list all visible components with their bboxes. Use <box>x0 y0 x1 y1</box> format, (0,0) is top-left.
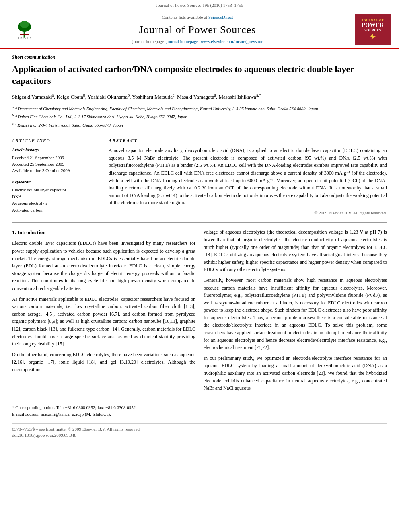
journal-title: Journal of Power Sources <box>40 23 355 37</box>
right-para-2: Generally, however, most carbon material… <box>204 277 387 351</box>
affiliation-c: c ᶜ Kensei Inc., 2-3-4 Fujishirodai, Sui… <box>12 121 387 128</box>
affiliation-b: b ᵇ Daiwa Fine Chemicals Co., Ltd., 2-1-… <box>12 113 387 120</box>
sciencedirect-link[interactable]: ScienceDirect <box>208 15 233 20</box>
logo-decoration <box>367 33 379 41</box>
right-para-3: In our preliminary study, we optimized a… <box>204 355 387 392</box>
main-right-column: voltage of aqueous electrolytes (the the… <box>204 228 387 395</box>
logo-line: SOURCES <box>364 28 381 33</box>
abstract-text: A novel capacitor electrode auxiliary, d… <box>109 147 387 207</box>
received-date: Received 21 September 2009 <box>12 155 101 161</box>
homepage-url[interactable]: journal homepage: www.elsevier.com/locat… <box>167 39 263 44</box>
main-left-column: 1. Introduction Electric double layer ca… <box>12 228 195 395</box>
svg-text:ELSEVIER: ELSEVIER <box>18 37 31 40</box>
elsevier-logo-svg: ELSEVIER <box>9 18 39 41</box>
article-type: Short communication <box>12 54 387 61</box>
affiliations: a ᵃ Department of Chemistry and Material… <box>12 105 387 128</box>
doi-line: doi:10.1016/j.jpowsour.2009.09.048 <box>12 432 387 438</box>
article-info-label: Article info <box>12 138 101 144</box>
article-info-section: Article info Article history: Received 2… <box>12 134 101 216</box>
email-note: E-mail address: masashi@kansai-u.ac.jp (… <box>12 411 387 417</box>
top-bar: Journal of Power Sources 195 (2010) 1753… <box>0 0 399 10</box>
issn-line: 0378-7753/$ – see front matter © 2009 El… <box>12 426 387 432</box>
keywords-section: Keywords: Electric double layer capacito… <box>12 179 101 213</box>
copyright-line: © 2009 Elsevier B.V. All rights reserved… <box>109 210 387 216</box>
intro-para-1: Electric double layer capacitors (EDLCs)… <box>12 240 195 292</box>
accepted-date: Accepted 25 September 2009 <box>12 161 101 167</box>
info-abstract-columns: Article info Article history: Received 2… <box>12 134 387 216</box>
page-container: Journal of Power Sources 195 (2010) 1753… <box>0 0 399 446</box>
keyword-4: Activated carbon <box>12 207 101 214</box>
svg-rect-4 <box>20 34 29 35</box>
journal-header-center: Contents lists available at ScienceDirec… <box>40 14 355 45</box>
keyword-2: DNA <box>12 193 101 200</box>
contents-line: Contents lists available at ScienceDirec… <box>40 14 355 21</box>
history-label: Article history: <box>12 147 101 153</box>
keyword-1: Electric double layer capacitor <box>12 187 101 193</box>
keywords-label: Keywords: <box>12 179 101 185</box>
journal-reference: Journal of Power Sources 195 (2010) 1753… <box>156 3 243 8</box>
keyword-3: Aqueous electrolyte <box>12 200 101 207</box>
affiliation-a: a ᵃ Department of Chemistry and Material… <box>12 105 387 112</box>
homepage-line: journal homepage: journal homepage: www.… <box>40 39 355 45</box>
available-date: Available online 3 October 2009 <box>12 168 101 174</box>
journal-logo-box: JOURNAL OF POWER SOURCES <box>355 14 391 45</box>
main-content: 1. Introduction Electric double layer ca… <box>12 222 387 395</box>
journal-header: ELSEVIER Contents lists available at Sci… <box>0 10 399 49</box>
svg-marker-6 <box>370 33 376 40</box>
footer-info: 0378-7753/$ – see front matter © 2009 El… <box>12 423 387 439</box>
intro-para-3: On the other hand, concerning EDLC elect… <box>12 351 195 374</box>
intro-para-2: As for active materials applicable to ED… <box>12 296 195 348</box>
right-para-1: voltage of aqueous electrolytes (the the… <box>204 228 387 273</box>
elsevier-logo: ELSEVIER <box>8 18 40 41</box>
article-body: Short communication Application of activ… <box>0 49 399 447</box>
authors-line: Shigeaki Yamazakia, Keigo Obatab, Yoshia… <box>12 92 387 101</box>
bottom-note: * Corresponding author. Tel.: +81 6 6368… <box>12 402 387 418</box>
abstract-section: Abstract A novel capacitor electrode aux… <box>109 134 387 216</box>
svg-point-3 <box>20 21 29 28</box>
corresponding-author-note: * Corresponding author. Tel.: +81 6 6368… <box>12 405 387 411</box>
abstract-label: Abstract <box>109 138 387 144</box>
logo-title: POWER <box>362 23 384 28</box>
introduction-heading: 1. Introduction <box>12 228 195 236</box>
article-title: Application of activated carbon/DNA comp… <box>12 64 387 86</box>
